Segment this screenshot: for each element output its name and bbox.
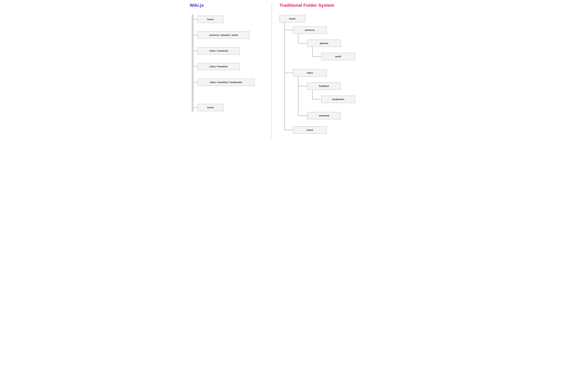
folder-node-cities: cities [293, 69, 327, 76]
connector [284, 22, 285, 130]
title-traditional: Traditional Folder System [279, 3, 334, 8]
connector [298, 43, 307, 43]
connector [194, 82, 197, 83]
wikijs-node-cities-frankfurt: cities / frankfurt [197, 63, 240, 70]
connector [194, 19, 197, 19]
folder-node-montreal: montreal [307, 112, 341, 119]
connector [298, 86, 307, 86]
folder-node-travel: travel [293, 126, 327, 134]
connector [312, 47, 313, 57]
connector [194, 35, 197, 35]
connector [312, 56, 321, 57]
folder-node-universe: universe [293, 27, 327, 34]
wikijs-spine [192, 15, 194, 112]
title-wikijs: Wiki.js [190, 3, 204, 8]
wikijs-node-cities-frankfurt-landmarks: cities / frankfurt / landmarks [197, 79, 255, 86]
wikijs-node-travel: travel [197, 104, 223, 111]
wikijs-node-home: home [197, 16, 223, 23]
connector [298, 115, 307, 116]
connector [194, 107, 197, 108]
folder-node-planets: planets [307, 40, 341, 47]
connector [284, 130, 293, 130]
connector [312, 90, 313, 99]
connector [194, 66, 197, 67]
column-divider [271, 2, 272, 139]
connector [312, 99, 321, 99]
folder-node-landmarks: landmarks [321, 96, 355, 103]
wikijs-node-universe-planets-earth: universe / planets / earth [197, 31, 250, 39]
connector [284, 30, 293, 30]
connector [194, 51, 197, 51]
connector [298, 76, 298, 116]
wikijs-node-cities-montreal: cities / montreal [197, 47, 240, 55]
folder-node-home: home [279, 15, 305, 22]
connector [284, 73, 293, 73]
connector [298, 34, 298, 43]
folder-node-earth: earth [321, 53, 355, 60]
folder-node-frankfurt: frankfurt [307, 83, 341, 90]
